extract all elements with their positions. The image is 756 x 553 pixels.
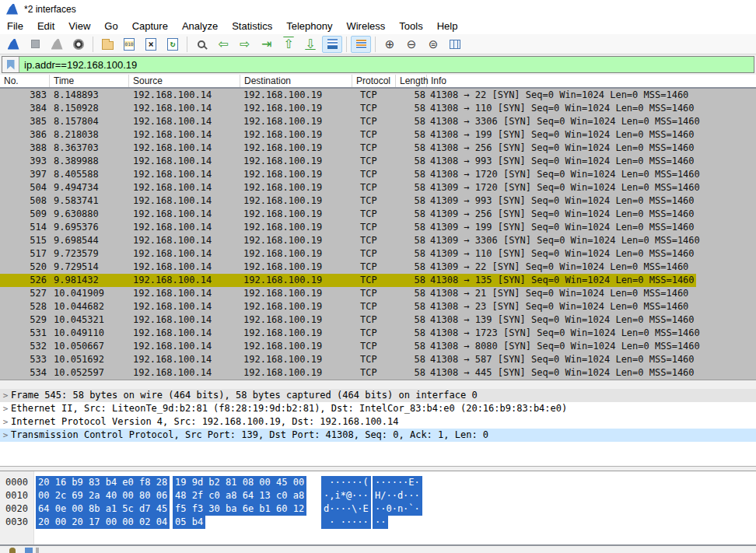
cell-no: 504 [0, 181, 50, 194]
packet-row[interactable]: 3978.405588192.168.100.14192.168.100.19T… [0, 168, 756, 181]
expander-icon[interactable]: > [0, 429, 11, 442]
packet-list-pane: 3838.148893192.168.100.14192.168.100.19T… [0, 89, 756, 380]
detail-row[interactable]: >Frame 545: 58 bytes on wire (464 bits),… [0, 389, 756, 402]
zoom-in-icon[interactable] [380, 36, 400, 53]
filter-bookmark-button[interactable] [2, 57, 19, 72]
cell-info: 41308 → 139 [SYN] Seq=0 Win=1024 Len=0 M… [427, 313, 756, 327]
cell-dst: 192.168.100.19 [240, 168, 352, 181]
detail-row[interactable]: >Internet Protocol Version 4, Src: 192.1… [0, 415, 756, 429]
go-back-icon[interactable] [213, 36, 233, 53]
packet-row[interactable]: 5089.583741192.168.100.14192.168.100.19T… [0, 194, 756, 208]
cell-src: 192.168.100.14 [129, 353, 240, 366]
find-packet-icon[interactable] [191, 36, 212, 53]
menu-item-view[interactable]: View [61, 19, 97, 33]
column-header-info[interactable]: Info [427, 75, 756, 87]
packet-row[interactable]: 53310.051692192.168.100.14192.168.100.19… [0, 353, 756, 366]
cell-src: 192.168.100.14 [129, 194, 240, 208]
menu-item-analyze[interactable]: Analyze [175, 19, 225, 33]
packet-row[interactable]: 3868.218038192.168.100.14192.168.100.19T… [0, 128, 756, 142]
packet-row[interactable]: 3858.157804192.168.100.14192.168.100.19T… [0, 115, 756, 128]
packet-row[interactable]: 5209.729514192.168.100.14192.168.100.19T… [0, 261, 756, 274]
reload-file-icon[interactable] [163, 36, 183, 53]
cell-dst: 192.168.100.19 [240, 142, 352, 155]
menu-item-tools[interactable]: Tools [392, 19, 429, 33]
hex-row[interactable]: 000020 16 b9 83 b4 e0 f8 2819 9d b2 81 0… [0, 476, 756, 489]
packet-row[interactable]: 52910.045321192.168.100.14192.168.100.19… [0, 313, 756, 327]
go-to-top-icon[interactable] [278, 36, 299, 53]
packet-row[interactable]: 3838.148893192.168.100.14192.168.100.19T… [0, 89, 756, 102]
packet-row[interactable]: 53110.049110192.168.100.14192.168.100.19… [0, 327, 756, 340]
toolbar-separator [187, 37, 187, 52]
restart-capture-icon[interactable] [47, 36, 67, 53]
close-file-icon[interactable] [141, 36, 161, 53]
menu-item-go[interactable]: Go [97, 19, 124, 33]
packet-row[interactable]: 52810.044682192.168.100.14192.168.100.19… [0, 300, 756, 313]
packet-row[interactable]: 5269.981432192.168.100.14192.168.100.19T… [0, 274, 756, 287]
colorize-packets-icon[interactable] [351, 36, 371, 53]
go-to-bottom-icon[interactable] [300, 36, 320, 53]
expander-icon[interactable]: > [0, 415, 11, 429]
detail-text: Frame 545: 58 bytes on wire (464 bits), … [11, 389, 478, 402]
fin-icon [8, 39, 19, 50]
detail-row[interactable]: >Ethernet II, Src: LiteonTe_9d:b2:81 (f8… [0, 402, 756, 415]
cell-proto: TCP [352, 208, 396, 221]
start-capture-icon[interactable] [3, 36, 23, 53]
zoom-original-icon[interactable] [423, 36, 443, 53]
packet-row[interactable]: 5179.723579192.168.100.14192.168.100.19T… [0, 247, 756, 261]
cell-info: 41309 → 993 [SYN] Seq=0 Win=1024 Len=0 M… [427, 194, 756, 208]
cell-no: 527 [0, 287, 50, 300]
capture-options-icon[interactable] [68, 36, 89, 53]
cell-info: 41308 → 110 [SYN] Seq=0 Win=1024 Len=0 M… [427, 102, 756, 115]
menu-item-statistics[interactable]: Statistics [225, 19, 279, 33]
menu-item-telephony[interactable]: Telephony [279, 19, 339, 33]
hex-row[interactable]: 003020 00 20 17 00 00 02 0405 b4 · ·····… [0, 516, 756, 529]
pane-splitter[interactable] [0, 380, 756, 389]
stop-square-icon [31, 40, 40, 48]
menu-item-capture[interactable]: Capture [125, 19, 175, 33]
column-header-time[interactable]: Time [50, 75, 129, 87]
stop-capture-icon[interactable] [25, 36, 45, 53]
packet-row[interactable]: 5159.698544192.168.100.14192.168.100.19T… [0, 234, 756, 247]
go-to-packet-icon[interactable] [257, 36, 277, 53]
zoom-out-icon[interactable] [401, 36, 422, 53]
column-header-length[interactable]: Length [396, 75, 427, 87]
cell-src: 192.168.100.14 [129, 221, 240, 234]
capture-comment-icon[interactable] [25, 548, 33, 553]
hex-row[interactable]: 002064 0e 00 8b a1 5c d7 45f5 f3 30 ba 6… [0, 502, 756, 516]
cell-len: 58 [396, 168, 427, 181]
packet-row[interactable]: 5099.630880192.168.100.14192.168.100.19T… [0, 208, 756, 221]
expert-info-icon[interactable] [9, 548, 16, 553]
packet-row[interactable]: 5049.494734192.168.100.14192.168.100.19T… [0, 181, 756, 194]
detail-row[interactable]: >Transmission Control Protocol, Src Port… [0, 429, 756, 442]
packet-row[interactable]: 3848.150928192.168.100.14192.168.100.19T… [0, 102, 756, 115]
packet-row[interactable]: 3938.389988192.168.100.14192.168.100.19T… [0, 155, 756, 168]
column-header-protocol[interactable]: Protocol [352, 75, 396, 87]
cell-proto: TCP [352, 287, 396, 300]
save-file-icon[interactable] [119, 36, 139, 53]
cell-proto: TCP [352, 234, 396, 247]
open-file-icon[interactable] [97, 36, 117, 53]
display-filter-input[interactable] [19, 57, 754, 72]
menu-item-wireless[interactable]: Wireless [339, 19, 392, 33]
packet-row[interactable]: 52710.041909192.168.100.14192.168.100.19… [0, 287, 756, 300]
packet-row[interactable]: 5149.695376192.168.100.14192.168.100.19T… [0, 221, 756, 234]
column-header-source[interactable]: Source [129, 75, 240, 87]
column-header-no[interactable]: No. [0, 75, 50, 87]
resize-columns-icon[interactable] [445, 36, 465, 53]
cell-info: 41308 → 199 [SYN] Seq=0 Win=1024 Len=0 M… [427, 128, 756, 142]
go-forward-icon[interactable] [235, 36, 255, 53]
cell-no: 384 [0, 102, 50, 115]
packet-row[interactable]: 3888.363703192.168.100.14192.168.100.19T… [0, 142, 756, 155]
packet-row[interactable]: 53410.052597192.168.100.14192.168.100.19… [0, 366, 756, 380]
packet-row[interactable]: 53210.050667192.168.100.14192.168.100.19… [0, 340, 756, 353]
expander-icon[interactable]: > [0, 402, 11, 415]
auto-scroll-icon[interactable] [322, 36, 342, 53]
menu-item-help[interactable]: Help [430, 19, 465, 33]
cell-time: 10.041909 [50, 287, 129, 300]
menu-item-file[interactable]: File [0, 19, 30, 33]
menu-item-edit[interactable]: Edit [30, 19, 61, 33]
cell-dst: 192.168.100.19 [240, 155, 352, 168]
expander-icon[interactable]: > [0, 389, 11, 402]
hex-row[interactable]: 001000 2c 69 2a 40 00 80 0648 2f c0 a8 6… [0, 489, 756, 502]
column-header-destination[interactable]: Destination [240, 75, 352, 87]
